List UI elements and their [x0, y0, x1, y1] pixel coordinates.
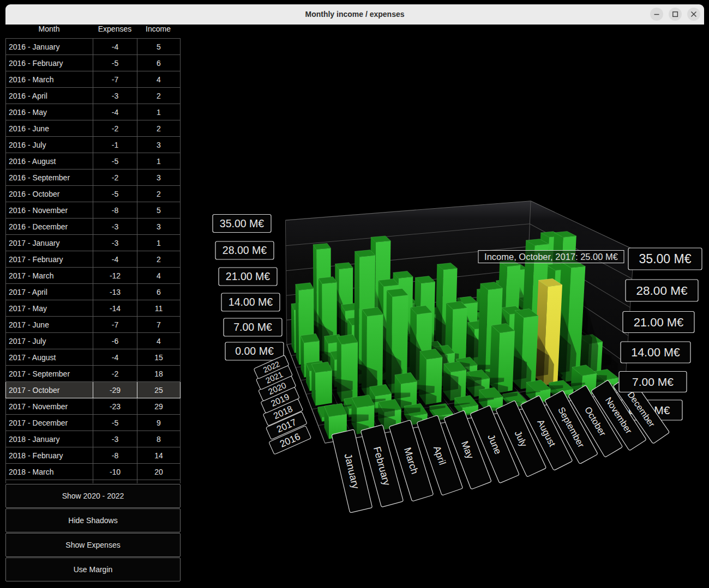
svg-text:14.00 M€: 14.00 M€: [229, 296, 273, 308]
svg-text:7.00 M€: 7.00 M€: [233, 321, 272, 333]
svg-text:7.00 M€: 7.00 M€: [632, 375, 674, 388]
svg-text:14.00 M€: 14.00 M€: [631, 346, 680, 359]
svg-text:35.00 M€: 35.00 M€: [639, 252, 692, 266]
svg-text:35.00 M€: 35.00 M€: [220, 217, 264, 229]
svg-text:28.00 M€: 28.00 M€: [223, 244, 267, 256]
svg-text:21.00 M€: 21.00 M€: [634, 316, 684, 329]
svg-text:28.00 M€: 28.00 M€: [636, 284, 688, 298]
svg-text:21.00 M€: 21.00 M€: [226, 270, 270, 282]
svg-text:0.00 M€: 0.00 M€: [235, 345, 274, 357]
svg-text:Income, October, 2017: 25.00 M: Income, October, 2017: 25.00 M€: [484, 252, 618, 262]
